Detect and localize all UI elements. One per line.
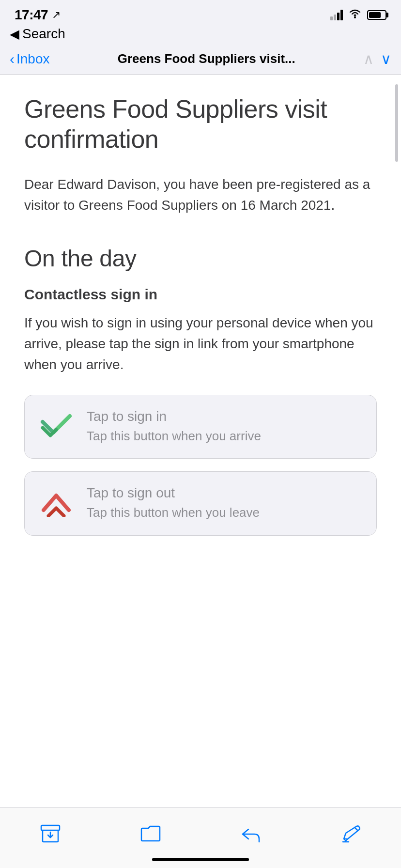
email-nav-title: Greens Food Suppliers visit... (55, 51, 359, 66)
location-icon: ↗ (52, 9, 61, 21)
svg-rect-1 (41, 825, 60, 830)
on-the-day-heading: On the day (24, 245, 377, 272)
home-bar (152, 858, 249, 861)
wifi-icon (349, 9, 361, 21)
sign-out-icon (39, 489, 73, 518)
status-time: 17:47 (15, 7, 48, 23)
sign-in-button[interactable]: Tap to sign in Tap this button when you … (24, 395, 377, 459)
svg-point-0 (354, 16, 356, 18)
folders-button[interactable] (131, 819, 170, 848)
inbox-label: Inbox (16, 51, 50, 67)
compose-button[interactable] (332, 819, 370, 848)
archive-button[interactable] (31, 819, 70, 848)
email-body: Dear Edward Davison, you have been pre-r… (24, 174, 377, 216)
sign-out-button[interactable]: Tap to sign out Tap this button when you… (24, 471, 377, 535)
search-back-label[interactable]: Search (22, 26, 65, 42)
battery-icon (367, 10, 386, 20)
svg-line-3 (355, 827, 357, 830)
status-icons (330, 9, 386, 21)
status-bar: 17:47 ↗ (0, 0, 401, 26)
sign-out-label: Tap to sign out (87, 485, 260, 501)
sign-in-text: Tap to sign in Tap this button when you … (87, 409, 261, 445)
search-back-row[interactable]: ◀ Search (0, 26, 401, 46)
next-email-button[interactable]: ∨ (381, 50, 391, 67)
sign-out-text: Tap to sign out Tap this button when you… (87, 485, 260, 521)
sign-in-sub: Tap this button when you arrive (87, 427, 261, 445)
sign-in-label: Tap to sign in (87, 409, 261, 424)
contactless-body: If you wish to sign in using your person… (24, 312, 377, 375)
sign-out-sub: Tap this button when you leave (87, 504, 260, 521)
inbox-back-button[interactable]: ‹ Inbox (10, 51, 50, 67)
inbox-chevron-icon: ‹ (10, 51, 15, 67)
prev-email-button[interactable]: ∧ (363, 50, 374, 67)
email-content: Greens Food Suppliers visit confirmation… (0, 75, 401, 807)
back-arrow-icon: ◀ (10, 28, 19, 40)
email-subject: Greens Food Suppliers visit confirmation (24, 94, 377, 155)
reply-button[interactable] (231, 819, 270, 848)
scrollbar[interactable] (395, 84, 398, 162)
nav-bar: ‹ Inbox Greens Food Suppliers visit... ∧… (0, 46, 401, 75)
contactless-sign-in-heading: Contactless sign in (24, 286, 377, 303)
nav-up-down: ∧ ∨ (363, 50, 391, 67)
sign-in-icon (39, 412, 73, 441)
signal-icon (330, 10, 343, 20)
bottom-toolbar (0, 807, 401, 856)
home-indicator (0, 856, 401, 868)
